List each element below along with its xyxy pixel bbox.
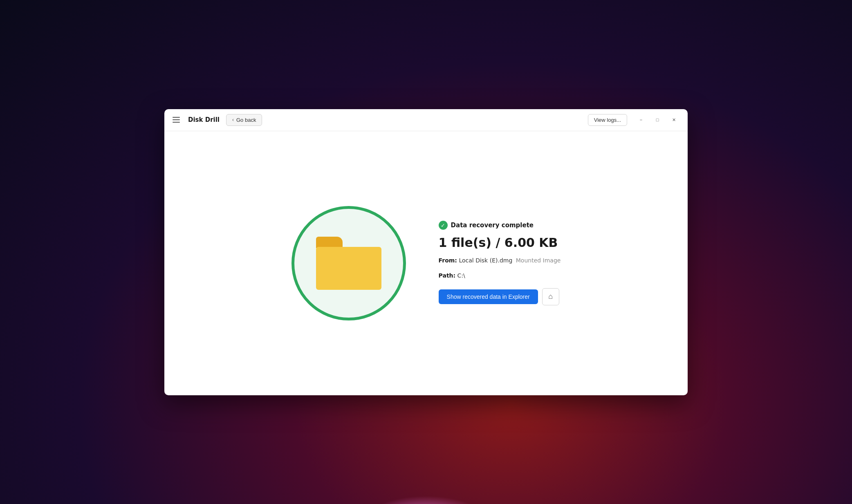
app-title: Disk Drill bbox=[188, 116, 220, 123]
path-row: Path: C:\ bbox=[439, 271, 561, 280]
home-icon: ⌂ bbox=[548, 292, 553, 301]
chevron-left-icon: ‹ bbox=[232, 117, 234, 123]
from-label: From: bbox=[439, 257, 457, 264]
folder-body bbox=[316, 247, 381, 290]
info-section: ✓ Data recovery complete 1 file(s) / 6.0… bbox=[439, 221, 561, 305]
from-value: Local Disk (E).dmg bbox=[459, 257, 512, 264]
bottom-glow-decoration bbox=[365, 496, 487, 504]
window-controls: − □ ✕ bbox=[634, 113, 681, 126]
from-sub: Mounted Image bbox=[516, 257, 561, 264]
path-value: C:\ bbox=[457, 272, 465, 279]
menu-icon[interactable] bbox=[171, 115, 182, 124]
view-logs-button[interactable]: View logs... bbox=[588, 114, 627, 126]
minimize-button[interactable]: − bbox=[634, 113, 648, 126]
path-label: Path: bbox=[439, 272, 456, 279]
maximize-button[interactable]: □ bbox=[650, 113, 665, 126]
show-explorer-button[interactable]: Show recovered data in Explorer bbox=[439, 289, 538, 304]
recovery-summary: 1 file(s) / 6.00 KB bbox=[439, 235, 561, 250]
from-row: From: Local Disk (E).dmg Mounted Image bbox=[439, 256, 561, 265]
status-row: ✓ Data recovery complete bbox=[439, 221, 561, 230]
status-text: Data recovery complete bbox=[451, 222, 534, 229]
go-back-button[interactable]: ‹ Go back bbox=[226, 114, 262, 126]
close-button[interactable]: ✕ bbox=[666, 113, 681, 126]
folder-icon bbox=[316, 237, 381, 290]
titlebar-left: Disk Drill ‹ Go back bbox=[171, 114, 262, 126]
titlebar-right: View logs... − □ ✕ bbox=[588, 113, 681, 126]
action-row: Show recovered data in Explorer ⌂ bbox=[439, 288, 561, 305]
folder-illustration bbox=[291, 206, 406, 320]
main-content: ✓ Data recovery complete 1 file(s) / 6.0… bbox=[164, 131, 688, 395]
home-button[interactable]: ⌂ bbox=[542, 288, 559, 305]
check-icon: ✓ bbox=[439, 221, 448, 230]
titlebar: Disk Drill ‹ Go back View logs... − □ ✕ bbox=[164, 109, 688, 131]
folder-tab bbox=[316, 237, 343, 248]
app-window: Disk Drill ‹ Go back View logs... − □ ✕ bbox=[164, 109, 688, 395]
